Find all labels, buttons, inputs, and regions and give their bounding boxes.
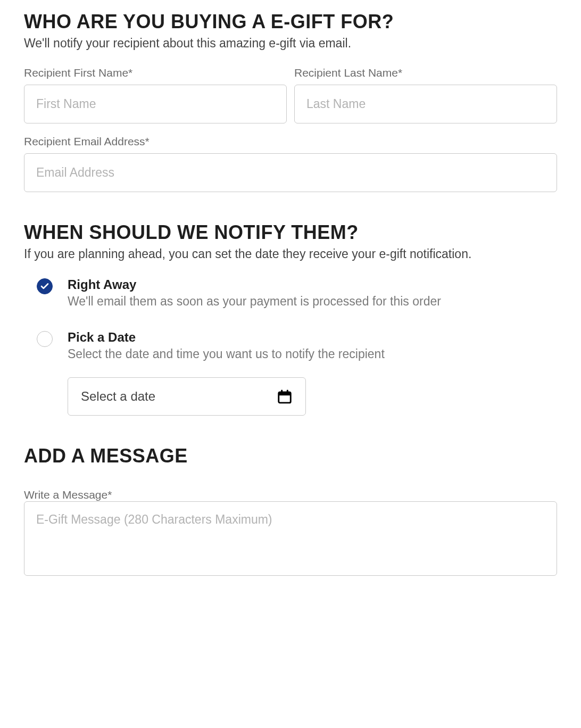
option-right-away-title: Right Away	[68, 277, 557, 292]
svg-rect-2	[281, 390, 283, 393]
recipient-subtitle: We'll notify your recipient about this a…	[24, 36, 557, 51]
notify-heading: WHEN SHOULD WE NOTIFY THEM?	[24, 221, 557, 244]
radio-pick-date[interactable]	[37, 331, 53, 347]
radio-right-away[interactable]	[37, 278, 53, 294]
first-name-label: Recipient First Name*	[24, 67, 287, 79]
notify-subtitle: If you are planning ahead, you can set t…	[24, 247, 557, 261]
recipient-heading: WHO ARE YOU BUYING A E-GIFT FOR?	[24, 11, 557, 33]
option-pick-date-desc: Select the date and time you want us to …	[68, 347, 557, 361]
option-right-away-desc: We'll email them as soon as your payment…	[68, 294, 557, 309]
first-name-input[interactable]	[24, 85, 287, 123]
email-label: Recipient Email Address*	[24, 135, 557, 148]
checkmark-icon	[40, 282, 49, 291]
option-pick-date-title: Pick a Date	[68, 330, 557, 345]
last-name-input[interactable]	[294, 85, 557, 123]
last-name-label: Recipient Last Name*	[294, 67, 557, 79]
email-input[interactable]	[24, 153, 557, 192]
svg-rect-3	[287, 390, 288, 393]
message-heading: ADD A MESSAGE	[24, 445, 557, 467]
date-picker[interactable]: Select a date	[68, 377, 306, 416]
message-textarea[interactable]	[24, 501, 557, 576]
date-picker-text: Select a date	[81, 389, 155, 404]
svg-rect-1	[279, 392, 291, 395]
message-label: Write a Message*	[24, 489, 112, 501]
calendar-icon	[277, 388, 293, 404]
